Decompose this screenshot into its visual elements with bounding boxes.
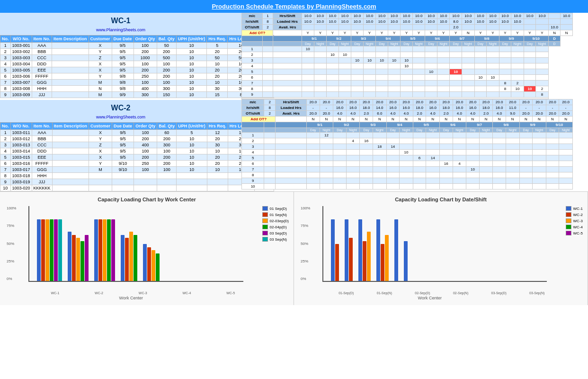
chart2-x-labels: 01-Sep(D)01-Sep(N)02-Sep(D)02-Sep(N)03-S… (322, 291, 561, 295)
bar (376, 219, 380, 281)
table-row: 6164 (242, 161, 573, 167)
table-row: 8 (242, 172, 573, 178)
bar (151, 250, 155, 281)
col-wo2: W/O No. (10, 123, 32, 130)
bar (349, 238, 353, 281)
table-row: 10 (242, 184, 573, 190)
col-oqty2: Order Qty (134, 123, 157, 130)
table-row: 5614 (242, 155, 573, 161)
chart1-area: 100% 75% 50% 25% 0% (28, 206, 243, 282)
bar (404, 241, 408, 281)
charts-row: Capacity Loading Chart by Work Center 10… (0, 191, 588, 305)
bar (363, 241, 366, 281)
bar-group (94, 219, 115, 281)
chart1-legend: 01 Sep(D) 01 Sep(N) 02-03ep(D) 02-04p(D)… (262, 206, 289, 243)
bar (121, 235, 125, 281)
bar (76, 238, 80, 281)
chart2-container: Capacity Loading Chart by Date/Shift 100… (294, 192, 588, 305)
table-row: 3 1003-003 CCC Z 9/5 1000 500 10 50 50 - (0, 55, 274, 61)
bar (72, 235, 76, 281)
col-bqty: Bal. Qty (157, 36, 176, 43)
bar-group (121, 232, 137, 281)
legend-item: 03 Sep(N) (262, 237, 289, 242)
chart2-title: Capacity Loading Chart by Date/Shift (299, 197, 583, 202)
wc1-subtitle: www.PlanningSheets.com (0, 26, 241, 35)
wc2-table: No. W/O No. Item No. Item Description Cu… (0, 122, 274, 191)
chart2-legend: WC-1 WC-2 WC-3 WC-4 WC-5 (566, 206, 583, 237)
wc1-link[interactable]: www.PlanningSheets.com (96, 27, 145, 32)
col-desc2: Item Description (52, 123, 89, 130)
table-row: 410 (242, 150, 573, 155)
col-due2: Due Date (112, 123, 134, 130)
header-title[interactable]: Production Schedule Templates by Plannin… (212, 3, 376, 10)
bar (156, 253, 160, 281)
bar-group (68, 232, 89, 281)
chart2-x-axis-title: Work Center (299, 296, 561, 300)
table-row: 10 1003-020 KKKKKK (0, 185, 274, 191)
wc1-header-row: No. W/O No. Item No. Item Description Cu… (0, 36, 274, 43)
bar (335, 244, 339, 281)
table-row: 5 1003-015 EEE X 9/5 200 200 10 20 20 - (0, 154, 274, 161)
legend-item: WC-3 (566, 218, 583, 223)
table-row: 2416 (242, 138, 573, 144)
table-row: 3 1003-013 CCC Z 9/5 400 300 10 30 30 - (0, 142, 274, 148)
bar-group (394, 219, 398, 281)
wc2-link[interactable]: www.PlanningSheets.com (96, 115, 145, 119)
bar (143, 244, 147, 281)
legend-item: 01 Sep(D) (262, 206, 289, 211)
bar-group (358, 219, 371, 281)
bar (367, 232, 371, 281)
col-hreq2: Hrs Req. (207, 123, 228, 130)
legend-item: 01 Sep(N) (262, 212, 289, 217)
table-row: 7 1003-017 GGG M 9/10 100 100 10 10 10 - (0, 167, 274, 173)
bar (45, 219, 49, 281)
bar (394, 219, 398, 281)
table-row: 9 1003-019 JJJ (0, 179, 274, 185)
wc1-table: No. W/O No. Item No. Item Description Cu… (0, 35, 274, 98)
bar (147, 247, 151, 281)
col-cust2: Customer (89, 123, 112, 130)
chart1-x-labels: WC-1WC-2WC-3WC-4WC-5 (28, 291, 258, 295)
left-panel: WC-1 www.PlanningSheets.com No. W/O No. … (0, 13, 241, 191)
table-row: 5 1003-005 EEE X 9/5 200 200 10 20 20 - (0, 67, 274, 73)
header-bar: Production Schedule Templates by Plannin… (0, 0, 588, 13)
wc2-header-row: No. W/O No. Item No. Item Description Cu… (0, 123, 274, 130)
wc1-capacity-table: m/c 1 Hrs/Shift10.010.010.010.010.010.01… (241, 13, 573, 99)
legend-item: 03 Sep(D) (262, 231, 289, 235)
bar (41, 219, 45, 281)
table-row: 4 1003-014 DDD X 9/5 100 100 10 10 10 - (0, 148, 274, 154)
bar (103, 219, 107, 281)
legend-item: WC-5 (566, 231, 583, 235)
col-uph: UPH (Unit/Hr) (176, 36, 207, 43)
table-row: 410 (242, 63, 573, 69)
bar (58, 219, 62, 281)
table-row: 2 1003-002 BBB Y 9/5 200 200 10 20 20 - (0, 49, 274, 55)
wc2-capacity-grid: m/c 2 Hrs/Shift20.020.020.020.020.020.02… (241, 99, 588, 190)
bar (80, 241, 84, 281)
col-oqty: Order Qty (134, 36, 157, 43)
bar-group (37, 219, 62, 281)
bar-group (143, 244, 160, 281)
col-uph2: UPH (Unit/Hr) (177, 123, 207, 130)
bar (331, 219, 335, 281)
wc2-subtitle: www.PlanningSheets.com (0, 113, 241, 122)
table-row: 782 (242, 81, 573, 86)
bar (385, 235, 389, 281)
col-item: Item No. (32, 36, 52, 43)
col-desc: Item Description (52, 36, 89, 43)
table-row: 21010 (242, 52, 573, 58)
table-row: 8 1003-008 HHH N 9/8 400 300 10 30 30 - (0, 86, 274, 92)
wc1-capacity-grid: m/c 1 Hrs/Shift10.010.010.010.010.010.01… (241, 13, 588, 99)
wc2-title: WC-2 (0, 100, 241, 113)
legend-item: WC-2 (566, 212, 583, 217)
col-hreq: Hrs Req. (207, 36, 228, 43)
table-row: 7 1003-007 GGG M 9/8 100 100 10 10 10 - (0, 80, 274, 86)
table-row: 710 (242, 167, 573, 172)
bar (37, 219, 41, 281)
bar (94, 219, 98, 281)
bar (98, 219, 102, 281)
chart2-inner: 100% 75% 50% 25% 0% 01-Sep(D)01-Sep(N)02… (299, 206, 583, 300)
bar (345, 219, 348, 281)
table-row: 31010101010 (242, 58, 573, 63)
legend-item: WC-4 (566, 225, 583, 229)
